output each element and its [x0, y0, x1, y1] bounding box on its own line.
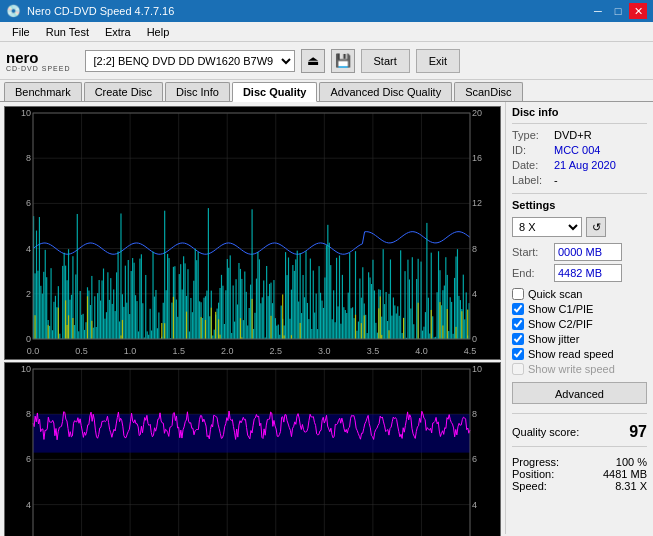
disc-type-row: Type: DVD+R: [512, 129, 647, 141]
close-button[interactable]: ✕: [629, 3, 647, 19]
menu-extra[interactable]: Extra: [97, 24, 139, 40]
disc-id-label: ID:: [512, 144, 550, 156]
tab-bar: Benchmark Create Disc Disc Info Disc Qua…: [0, 80, 653, 102]
show-read-speed-checkbox[interactable]: [512, 348, 524, 360]
logo-text-bottom: CD·DVD SPEED: [6, 65, 71, 72]
disc-type-label: Type:: [512, 129, 550, 141]
tab-create-disc[interactable]: Create Disc: [84, 82, 163, 101]
drive-select[interactable]: [2:2] BENQ DVD DD DW1620 B7W9: [85, 50, 295, 72]
disc-label-label: Label:: [512, 174, 550, 186]
logo-text-top: nero: [6, 50, 71, 65]
disc-date-value: 21 Aug 2020: [554, 159, 616, 171]
quick-scan-row: Quick scan: [512, 288, 647, 300]
show-c1-label: Show C1/PIE: [528, 303, 593, 315]
speed-label: Speed:: [512, 480, 547, 492]
speed-setting-row: 8 X ↺: [512, 217, 647, 237]
refresh-button[interactable]: ↺: [586, 217, 606, 237]
start-mb-input[interactable]: [554, 243, 622, 261]
advanced-button[interactable]: Advanced: [512, 382, 647, 404]
progress-label: Progress:: [512, 456, 559, 468]
quality-score-label: Quality score:: [512, 426, 579, 438]
menu-help[interactable]: Help: [139, 24, 178, 40]
show-jitter-checkbox[interactable]: [512, 333, 524, 345]
show-read-speed-label: Show read speed: [528, 348, 614, 360]
end-mb-input[interactable]: [554, 264, 622, 282]
eject-button[interactable]: ⏏: [301, 49, 325, 73]
disc-id-value: MCC 004: [554, 144, 600, 156]
show-c1-checkbox[interactable]: [512, 303, 524, 315]
disc-date-row: Date: 21 Aug 2020: [512, 159, 647, 171]
settings-title: Settings: [512, 199, 647, 211]
quality-score-value: 97: [629, 423, 647, 441]
show-write-speed-row: Show write speed: [512, 363, 647, 375]
main-content: PI Errors Average: 0.61 Maximum: 7 Total…: [0, 102, 653, 534]
maximize-button[interactable]: □: [609, 3, 627, 19]
quick-scan-checkbox[interactable]: [512, 288, 524, 300]
toolbar: nero CD·DVD SPEED [2:2] BENQ DVD DD DW16…: [0, 42, 653, 80]
chart-lower: [4, 362, 501, 536]
chart2-canvas: [5, 363, 500, 536]
position-value: 4481 MB: [603, 468, 647, 480]
show-read-speed-row: Show read speed: [512, 348, 647, 360]
show-jitter-label: Show jitter: [528, 333, 579, 345]
chart-upper: [4, 106, 501, 360]
disc-id-row: ID: MCC 004: [512, 144, 647, 156]
tab-scan-disc[interactable]: ScanDisc: [454, 82, 522, 101]
minimize-button[interactable]: ─: [589, 3, 607, 19]
save-button[interactable]: 💾: [331, 49, 355, 73]
disc-label-value: -: [554, 174, 558, 186]
start-mb-row: Start:: [512, 243, 647, 261]
progress-row: Progress: 100 %: [512, 456, 647, 468]
app-logo: nero CD·DVD SPEED: [6, 50, 71, 72]
start-button[interactable]: Start: [361, 49, 410, 73]
position-label: Position:: [512, 468, 554, 480]
quality-score-row: Quality score: 97: [512, 423, 647, 441]
speed-value: 8.31 X: [615, 480, 647, 492]
show-c2-label: Show C2/PIF: [528, 318, 593, 330]
show-c2-checkbox[interactable]: [512, 318, 524, 330]
right-panel: Disc info Type: DVD+R ID: MCC 004 Date: …: [505, 102, 653, 534]
tab-advanced-disc-quality[interactable]: Advanced Disc Quality: [319, 82, 452, 101]
end-mb-row: End:: [512, 264, 647, 282]
quick-scan-label: Quick scan: [528, 288, 582, 300]
tab-disc-info[interactable]: Disc Info: [165, 82, 230, 101]
show-write-speed-label: Show write speed: [528, 363, 615, 375]
speed-row: Speed: 8.31 X: [512, 480, 647, 492]
exit-button[interactable]: Exit: [416, 49, 460, 73]
tab-disc-quality[interactable]: Disc Quality: [232, 82, 318, 102]
app-icon: 💿: [6, 4, 21, 18]
title-bar-text: Nero CD-DVD Speed 4.7.7.16: [27, 5, 174, 17]
window-controls: ─ □ ✕: [589, 3, 647, 19]
show-c2-row: Show C2/PIF: [512, 318, 647, 330]
menu-bar: File Run Test Extra Help: [0, 22, 653, 42]
tab-benchmark[interactable]: Benchmark: [4, 82, 82, 101]
start-mb-label: Start:: [512, 246, 550, 258]
progress-section: Progress: 100 % Position: 4481 MB Speed:…: [512, 456, 647, 492]
progress-value: 100 %: [616, 456, 647, 468]
disc-label-row: Label: -: [512, 174, 647, 186]
chart1-canvas: [5, 107, 500, 357]
speed-select[interactable]: 8 X: [512, 217, 582, 237]
show-c1-row: Show C1/PIE: [512, 303, 647, 315]
show-write-speed-checkbox: [512, 363, 524, 375]
menu-run-test[interactable]: Run Test: [38, 24, 97, 40]
disc-info-title: Disc info: [512, 106, 647, 118]
chart-area: PI Errors Average: 0.61 Maximum: 7 Total…: [0, 102, 505, 534]
position-row: Position: 4481 MB: [512, 468, 647, 480]
title-bar: 💿 Nero CD-DVD Speed 4.7.7.16 ─ □ ✕: [0, 0, 653, 22]
disc-type-value: DVD+R: [554, 129, 592, 141]
disc-date-label: Date:: [512, 159, 550, 171]
end-mb-label: End:: [512, 267, 550, 279]
menu-file[interactable]: File: [4, 24, 38, 40]
show-jitter-row: Show jitter: [512, 333, 647, 345]
